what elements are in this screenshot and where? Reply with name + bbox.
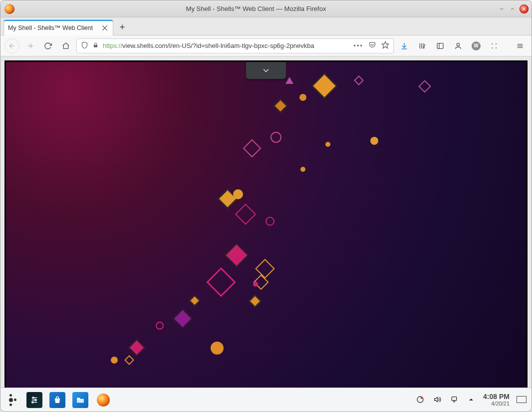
- svg-point-30: [35, 399, 36, 401]
- url-text: https://view.shells.com/l/en-US/?id=shel…: [103, 42, 349, 49]
- bookmark-star-icon[interactable]: [381, 41, 389, 50]
- task-files[interactable]: [72, 392, 88, 408]
- svg-point-33: [417, 397, 423, 403]
- home-button[interactable]: [58, 38, 73, 53]
- decor-shape: [124, 355, 134, 365]
- account-button[interactable]: [451, 38, 466, 53]
- svg-rect-8: [94, 44, 98, 47]
- decor-shape: [249, 295, 261, 307]
- decor-shape: [270, 132, 281, 143]
- tab-active[interactable]: My Shell - Shells™ Web Client: [3, 19, 113, 35]
- decor-shape: [255, 259, 275, 279]
- reload-button[interactable]: [40, 38, 55, 53]
- dropdown-handle[interactable]: [246, 62, 286, 79]
- tray-expand-icon[interactable]: [466, 395, 476, 405]
- svg-point-29: [32, 397, 34, 399]
- clock-time: 4:08 PM: [483, 393, 510, 401]
- new-tab-button[interactable]: [113, 19, 131, 35]
- tab-close-button[interactable]: [101, 24, 109, 32]
- svg-point-34: [421, 398, 423, 400]
- svg-marker-35: [435, 398, 438, 402]
- svg-point-21: [492, 47, 493, 48]
- decor-shape: [243, 139, 262, 158]
- task-discover[interactable]: [49, 392, 65, 408]
- task-firefox[interactable]: [95, 392, 111, 408]
- tray-volume-icon[interactable]: [432, 395, 442, 405]
- plasma-panel: 4:08 PM 4/20/21: [0, 388, 532, 412]
- toolbar: https://view.shells.com/l/en-US/?id=shel…: [0, 35, 532, 56]
- library-button[interactable]: [415, 38, 430, 53]
- svg-point-18: [457, 43, 459, 45]
- back-button[interactable]: [4, 38, 19, 53]
- tray-network-icon[interactable]: [449, 395, 459, 405]
- decor-shape: [235, 204, 256, 225]
- overflow-button[interactable]: [487, 38, 502, 53]
- show-desktop-button[interactable]: [517, 395, 527, 405]
- decor-shape: [111, 357, 118, 364]
- decor-shape: [325, 142, 330, 147]
- app-launcher[interactable]: [5, 392, 19, 408]
- extension-w-button[interactable]: W: [469, 38, 484, 53]
- lock-icon[interactable]: [92, 42, 99, 50]
- remote-desktop-wallpaper: [4, 60, 528, 412]
- decor-shape: [128, 339, 145, 356]
- decor-shape: [300, 167, 305, 172]
- svg-point-31: [32, 402, 33, 403]
- decor-shape: [156, 322, 164, 330]
- decor-shape: [312, 73, 337, 99]
- firefox-app-icon: [4, 4, 14, 14]
- decor-shape: [370, 137, 378, 145]
- decor-shape: [273, 99, 287, 113]
- tray-update-icon[interactable]: [415, 395, 425, 405]
- page-content[interactable]: [0, 56, 532, 412]
- decor-shape: [354, 75, 364, 85]
- sidebar-button[interactable]: [433, 38, 448, 53]
- tab-bar: My Shell - Shells™ Web Client: [0, 17, 532, 35]
- decor-shape: [266, 217, 274, 226]
- hamburger-menu[interactable]: [513, 38, 528, 53]
- tab-title: My Shell - Shells™ Web Client: [8, 24, 97, 31]
- svg-rect-16: [437, 43, 443, 48]
- decor-shape: [225, 243, 249, 267]
- svg-marker-9: [382, 41, 388, 48]
- pocket-icon[interactable]: [368, 41, 376, 50]
- window-title: My Shell - Shells™ Web Client — Mozilla …: [18, 5, 494, 12]
- clock[interactable]: 4:08 PM 4/20/21: [483, 393, 510, 407]
- clock-date: 4/20/21: [491, 401, 510, 407]
- tracking-shield-icon[interactable]: [81, 41, 88, 50]
- svg-rect-36: [452, 397, 456, 401]
- svg-point-20: [496, 43, 497, 44]
- decor-shape: [418, 80, 431, 92]
- page-actions-icon[interactable]: •••: [353, 42, 363, 49]
- task-system-settings[interactable]: [26, 392, 42, 408]
- decor-shape: [285, 77, 293, 84]
- downloads-button[interactable]: [397, 38, 412, 53]
- svg-rect-32: [77, 400, 84, 403]
- decor-shape: [233, 189, 243, 199]
- maximize-button[interactable]: [509, 5, 517, 13]
- svg-point-19: [492, 43, 493, 44]
- decor-shape: [206, 267, 236, 297]
- close-window-button[interactable]: [520, 4, 529, 13]
- svg-marker-39: [469, 399, 473, 401]
- forward-button[interactable]: [22, 38, 37, 53]
- decor-shape: [253, 282, 258, 287]
- url-bar[interactable]: https://view.shells.com/l/en-US/?id=shel…: [76, 38, 394, 53]
- decor-shape: [211, 342, 224, 355]
- decor-shape: [173, 309, 193, 329]
- decor-shape: [189, 295, 201, 307]
- titlebar: My Shell - Shells™ Web Client — Mozilla …: [0, 0, 532, 17]
- svg-point-22: [496, 47, 497, 48]
- minimize-button[interactable]: [498, 5, 506, 13]
- svg-line-15: [424, 44, 425, 48]
- decor-shape: [299, 94, 306, 101]
